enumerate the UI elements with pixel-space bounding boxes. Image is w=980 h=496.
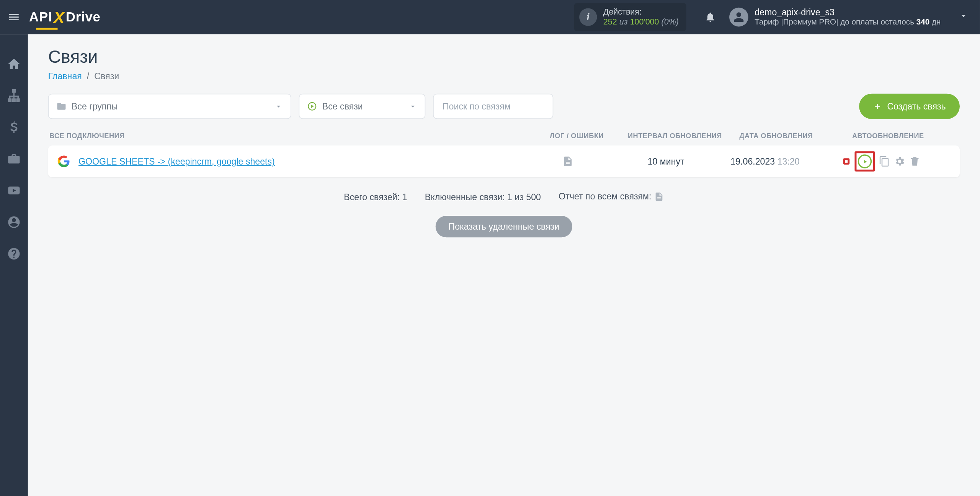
date-cell: 19.06.2023 13:20: [723, 156, 843, 166]
gear-icon[interactable]: [894, 156, 905, 167]
table-header: ВСЕ ПОДКЛЮЧЕНИЯ ЛОГ / ОШИБКИ ИНТЕРВАЛ ОБ…: [48, 132, 960, 145]
interval-cell: 10 минут: [609, 156, 723, 166]
logo[interactable]: API X Drive: [29, 7, 101, 27]
user-circle-icon[interactable]: [7, 215, 21, 229]
user-tariff: Тариф |Премиум PRO| до оплаты осталось 3…: [755, 18, 941, 27]
user-menu[interactable]: demo_apix-drive_s3 Тариф |Премиум PRO| д…: [729, 7, 947, 27]
log-cell[interactable]: [527, 156, 609, 167]
status-label: Все связи: [322, 101, 408, 111]
connection-name-link[interactable]: GOOGLE SHEETS -> (keepincrm, google shee…: [78, 156, 527, 166]
chevron-down-icon: [408, 102, 417, 111]
menu-icon: [8, 11, 20, 23]
user-icon: [733, 11, 745, 23]
copy-icon[interactable]: [879, 156, 890, 167]
stats-report[interactable]: Отчет по всем связям:: [559, 191, 664, 202]
th-date: ДАТА ОБНОВЛЕНИЯ: [732, 132, 852, 139]
stats-row: Всего связей: 1 Включенные связи: 1 из 5…: [48, 191, 960, 202]
connection-row: GOOGLE SHEETS -> (keepincrm, google shee…: [48, 145, 960, 177]
highlight-toggle: [843, 158, 850, 165]
document-icon: [562, 156, 573, 167]
svg-rect-0: [12, 89, 16, 92]
chevron-down-icon: [959, 11, 969, 21]
home-icon[interactable]: [7, 57, 21, 71]
stats-enabled: Включенные связи: 1 из 500: [425, 191, 541, 201]
folder-icon: [56, 101, 66, 111]
play-icon: [862, 158, 868, 164]
avatar: [729, 8, 748, 27]
groups-dropdown[interactable]: Все группы: [48, 94, 291, 119]
auto-cell: [843, 151, 951, 171]
info-icon: i: [579, 8, 597, 26]
menu-toggle-button[interactable]: [0, 0, 28, 34]
breadcrumb-home[interactable]: Главная: [48, 71, 82, 81]
create-btn-label: Создать связь: [887, 101, 946, 111]
actions-counter[interactable]: i Действия: 252 из 100'000 (0%): [574, 3, 686, 31]
google-icon: [57, 155, 71, 168]
th-interval: ИНТЕРВАЛ ОБНОВЛЕНИЯ: [618, 132, 732, 139]
highlight-play: [854, 151, 875, 171]
page-title: Связи: [48, 47, 960, 67]
svg-rect-3: [17, 98, 20, 101]
play-circle-icon: [307, 101, 317, 111]
run-now-button[interactable]: [858, 155, 872, 168]
logo-drive: Drive: [66, 10, 101, 25]
youtube-icon[interactable]: [7, 184, 21, 197]
bell-icon: [705, 11, 716, 23]
help-icon[interactable]: [7, 247, 21, 261]
th-all: ВСЕ ПОДКЛЮЧЕНИЯ: [48, 132, 536, 139]
breadcrumb: Главная / Связи: [48, 71, 960, 81]
groups-label: Все группы: [72, 101, 274, 111]
chevron-down-icon: [274, 102, 283, 111]
svg-rect-2: [13, 98, 16, 101]
sitemap-icon[interactable]: [7, 89, 21, 103]
document-icon: [654, 191, 664, 201]
sidebar: [0, 34, 28, 496]
topbar: API X Drive i Действия: 252 из 100'000 (…: [0, 0, 980, 34]
breadcrumb-current: Связи: [94, 71, 119, 81]
actions-label: Действия:: [603, 7, 679, 17]
trash-icon[interactable]: [909, 156, 921, 167]
content: Связи Главная / Связи Все группы Все свя…: [28, 34, 980, 496]
dollar-icon[interactable]: [7, 120, 21, 134]
breadcrumb-sep: /: [87, 71, 89, 81]
th-log: ЛОГ / ОШИБКИ: [536, 132, 618, 139]
filters-row: Все группы Все связи Создать связь: [48, 94, 960, 119]
notifications-button[interactable]: [698, 11, 723, 23]
briefcase-icon[interactable]: [7, 152, 21, 166]
user-name: demo_apix-drive_s3: [755, 7, 941, 18]
user-menu-chevron[interactable]: [947, 11, 980, 23]
show-deleted-button[interactable]: Показать удаленные связи: [436, 216, 572, 237]
search-input[interactable]: [433, 94, 553, 119]
create-connection-button[interactable]: Создать связь: [859, 94, 960, 119]
actions-numbers: 252 из 100'000 (0%): [603, 17, 679, 27]
logo-x-icon: X: [54, 7, 65, 27]
stats-total: Всего связей: 1: [344, 191, 407, 201]
status-dropdown[interactable]: Все связи: [299, 94, 426, 119]
th-auto: АВТООБНОВЛЕНИЕ: [852, 132, 960, 139]
plus-icon: [873, 102, 882, 111]
svg-rect-1: [8, 98, 11, 101]
logo-api: API: [29, 10, 52, 25]
